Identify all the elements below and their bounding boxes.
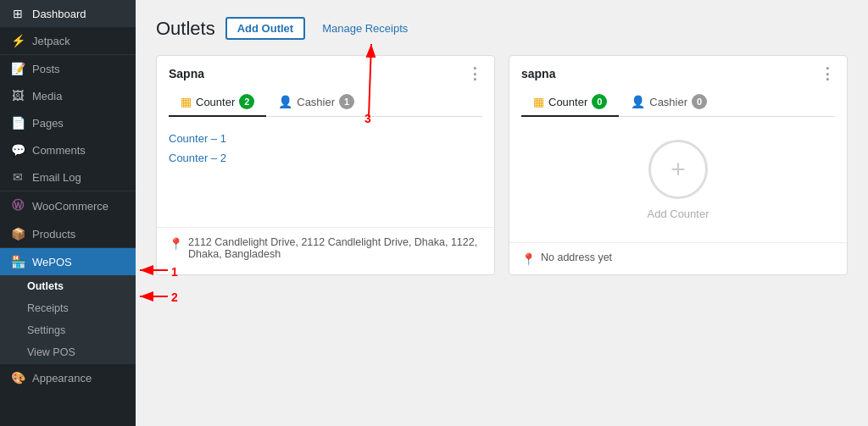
sidebar-item-settings[interactable]: Settings	[10, 319, 136, 341]
outlet-2-header: sapna ⋮	[509, 56, 847, 81]
outlet-1-name: Sapna	[169, 67, 204, 80]
add-counter-label: Add Counter	[648, 207, 709, 220]
sidebar-item-receipts[interactable]: Receipts	[10, 297, 136, 319]
page-header: Outlets Add Outlet Manage Receipts	[156, 17, 848, 40]
outlet-1-menu-dots[interactable]: ⋮	[467, 66, 482, 81]
media-icon: 🖼	[10, 89, 25, 102]
products-icon: 📦	[10, 227, 25, 241]
outlet-2-counter-tab[interactable]: ▦ Counter 0	[521, 88, 619, 117]
sidebar-item-comments[interactable]: 💬 Comments	[0, 136, 136, 163]
outlet-2-cashier-tab[interactable]: 👤 Cashier 0	[619, 88, 719, 117]
manage-receipts-button[interactable]: Manage Receipts	[315, 19, 415, 38]
outlet-1-cashier-badge: 1	[339, 94, 354, 109]
email-icon: ✉	[10, 170, 25, 184]
outlet-1-counter-badge: 2	[239, 94, 254, 109]
sidebar-item-appearance[interactable]: 🎨 Appearance	[0, 364, 136, 391]
outlet-1-cashier-tab[interactable]: 👤 Cashier 1	[266, 88, 366, 117]
outlet-1-tabs: ▦ Counter 2 👤 Cashier 1	[169, 88, 482, 117]
counter-tab-icon-2: ▦	[533, 95, 544, 108]
counter-tab-icon: ▦	[181, 95, 192, 108]
location-icon-1: 📍	[169, 237, 183, 251]
sidebar-item-jetpack[interactable]: ⚡ Jetpack	[0, 27, 136, 54]
dashboard-icon: ⊞	[10, 7, 25, 20]
outlet-card-2: sapna ⋮ ▦ Counter 0 👤 Cashier 0 + Add	[509, 55, 848, 275]
sidebar-item-outlets[interactable]: Outlets	[10, 275, 136, 297]
sidebar: ⊞ Dashboard ⚡ Jetpack 📝 Posts 🖼 Media 📄 …	[0, 0, 136, 426]
sidebar-item-email-log[interactable]: ✉ Email Log	[0, 163, 136, 191]
add-counter-area: + Add Counter	[521, 129, 835, 230]
sidebar-item-posts[interactable]: 📝 Posts	[0, 55, 136, 82]
page-title: Outlets	[156, 18, 215, 40]
wepos-submenu: Outlets Receipts Settings View POS	[0, 275, 136, 363]
outlets-grid: Sapna ⋮ ▦ Counter 2 👤 Cashier 1 Counter …	[156, 55, 848, 275]
wepos-icon: 🏪	[10, 255, 25, 268]
sidebar-item-wepos[interactable]: 🏪 WePOS	[0, 248, 136, 275]
outlet-1-address: 2112 Candlelight Drive, 2112 Candlelight…	[188, 236, 482, 260]
sidebar-item-view-pos[interactable]: View POS	[10, 341, 136, 363]
sidebar-item-media[interactable]: 🖼 Media	[0, 82, 136, 109]
woocommerce-icon: Ⓦ	[10, 198, 25, 213]
outlet-2-footer: 📍 No address yet	[509, 242, 847, 274]
outlet-2-cashier-label: Cashier	[649, 96, 687, 108]
outlet-2-tabs: ▦ Counter 0 👤 Cashier 0	[521, 88, 835, 117]
pages-icon: 📄	[10, 116, 25, 130]
sidebar-item-dashboard[interactable]: ⊞ Dashboard	[0, 0, 136, 27]
counter-list-item-2[interactable]: Counter – 2	[169, 148, 482, 168]
counter-list-item-1[interactable]: Counter – 1	[169, 129, 482, 148]
add-counter-button[interactable]: +	[648, 140, 708, 199]
comments-icon: 💬	[10, 143, 25, 157]
outlet-1-cashier-label: Cashier	[297, 96, 335, 108]
location-icon-2: 📍	[521, 252, 536, 266]
main-content: Outlets Add Outlet Manage Receipts Sapna…	[136, 0, 868, 426]
outlet-1-footer: 📍 2112 Candlelight Drive, 2112 Candlelig…	[157, 227, 494, 268]
sidebar-item-pages[interactable]: 📄 Pages	[0, 109, 136, 136]
outlet-card-1: Sapna ⋮ ▦ Counter 2 👤 Cashier 1 Counter …	[156, 55, 495, 275]
outlet-2-counter-label: Counter	[548, 96, 587, 108]
appearance-icon: 🎨	[10, 371, 25, 385]
outlet-2-cashier-badge: 0	[692, 94, 707, 109]
sidebar-item-woocommerce[interactable]: Ⓦ WooCommerce	[0, 191, 136, 220]
outlet-2-name: sapna	[521, 67, 555, 80]
outlet-1-header: Sapna ⋮	[157, 56, 494, 81]
sidebar-item-products[interactable]: 📦 Products	[0, 220, 136, 247]
outlet-2-menu-dots[interactable]: ⋮	[820, 66, 835, 81]
outlet-2-address: No address yet	[541, 252, 612, 263]
jetpack-icon: ⚡	[10, 34, 25, 47]
annotation-label-2: 2	[171, 290, 178, 304]
outlet-1-body: Counter – 1 Counter – 2	[157, 117, 494, 227]
add-outlet-button[interactable]: Add Outlet	[225, 17, 305, 40]
posts-icon: 📝	[10, 62, 25, 75]
cashier-tab-icon-2: 👤	[631, 95, 645, 108]
outlet-1-counter-tab[interactable]: ▦ Counter 2	[169, 88, 266, 117]
outlet-2-counter-badge: 0	[592, 94, 607, 109]
cashier-tab-icon: 👤	[278, 95, 292, 108]
outlet-1-counter-label: Counter	[196, 96, 235, 108]
outlet-2-body: + Add Counter	[509, 117, 847, 242]
